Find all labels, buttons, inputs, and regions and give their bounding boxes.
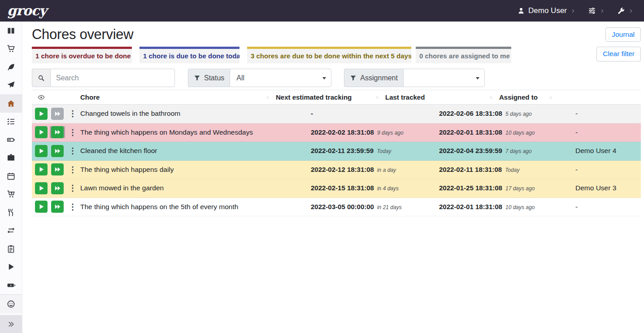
sidebar-item-battery-tracking[interactable] [0,276,22,294]
sort-icon: ↑↓ [266,95,269,100]
chore-name: Lawn mowed in the garden [77,184,307,192]
sort-icon: ↑↓ [489,95,492,100]
list-check-icon [7,117,15,126]
track-chore-button[interactable] [35,145,48,157]
column-header-last-tracked[interactable]: Last tracked↑↓ [382,90,496,104]
filter-funnel-icon [350,74,357,81]
assigned-to-cell: - [572,128,641,136]
chore-name: Cleaned the kitchen floor [77,147,307,155]
filter-card-assigned-me[interactable]: 0 chores are assigned to me [416,47,511,63]
sliders-icon [588,7,596,15]
track-chore-button[interactable] [35,163,48,175]
status-select-value: All [236,74,244,82]
sidebar-item-purchase[interactable] [0,185,22,204]
app-logo[interactable]: grocy [7,0,47,22]
track-chore-button[interactable] [35,182,48,194]
calendar-icon [7,172,15,180]
assigned-to-cell: - [572,166,641,174]
track-chore-button[interactable] [35,126,48,138]
skip-chore-button[interactable] [51,201,64,213]
row-menu-button[interactable]: ⋮ [69,128,73,136]
chore-name: The thing which happens daily [77,166,307,174]
last-tracked-cell: 2022-01-25 18:31:0817 days ago [435,184,572,192]
sidebar-item-inventory[interactable] [0,240,22,258]
sidebar-item-stock-overview[interactable] [0,22,22,40]
status-select[interactable]: All [230,69,331,87]
admin-menu[interactable] [617,7,633,15]
sidebar-item-tasks[interactable] [0,113,22,131]
search-input[interactable] [50,69,175,87]
chores-table: Chore↑↓ Next estimated tracking↑↓ Last t… [32,90,641,216]
clear-filter-button[interactable]: Clear filter [596,47,641,61]
sidebar-item-consume[interactable] [0,203,22,222]
table-row: ⋮ The thing which happens daily 2022-02-… [32,161,641,180]
column-header-chore[interactable]: Chore↑↓ [77,90,272,104]
table-row: ⋮ Cleaned the kitchen floor 2022-02-11 2… [32,142,641,161]
chore-name: The thing which happens on the 5th of ev… [77,203,307,211]
skip-chore-button[interactable] [51,182,64,194]
filter-card-due-today[interactable]: 1 chore is due to be done today [139,47,239,63]
row-menu-button[interactable]: ⋮ [69,203,73,211]
skip-chore-button[interactable] [51,126,64,138]
search-icon [32,69,50,87]
track-chore-button[interactable] [35,201,48,213]
expand-sidebar-button[interactable] [0,315,22,333]
main-content: Chores overview Journal 1 chore is overd… [22,22,644,333]
filter-funnel-icon [194,74,200,81]
row-menu-button[interactable]: ⋮ [69,110,73,118]
row-menu-button[interactable]: ⋮ [69,166,73,174]
skip-chore-button[interactable] [51,163,64,175]
journal-button[interactable]: Journal [605,27,641,42]
assignment-filter-label: Assignment [344,69,403,87]
sidebar-item-batteries-overview[interactable] [0,131,22,149]
last-tracked-cell: 2022-02-06 18:31:085 days ago [435,110,572,118]
sidebar-item-settings[interactable] [0,295,22,313]
next-tracking-cell: 2022-03-05 00:00:00in 21 days [307,203,435,211]
assignment-select[interactable] [403,69,485,87]
sidebar-item-chores-overview[interactable] [0,94,22,113]
sort-icon: ↑↓ [549,95,552,100]
paper-plane-icon [7,81,15,89]
user-menu-label: Demo User [528,6,567,15]
cart-plus-icon [7,190,15,198]
wrench-icon [617,7,625,15]
row-menu-button[interactable]: ⋮ [69,184,73,192]
row-menu-button[interactable]: ⋮ [69,147,73,155]
assigned-to-cell: Demo User 4 [572,147,641,155]
sidebar-item-meal-plan[interactable] [0,76,22,95]
column-header-next-tracking[interactable]: Next estimated tracking↑↓ [272,90,382,104]
exchange-arrows-icon [7,226,15,235]
sidebar-item-transfer[interactable] [0,222,22,240]
user-menu[interactable]: Demo User [518,6,575,15]
double-chevron-right-icon [7,320,15,328]
boxes-icon [7,26,15,35]
table-row: ⋮ Lawn mowed in the garden 2022-02-15 18… [32,179,641,198]
filter-card-overdue[interactable]: 1 chore is overdue to be done [32,47,132,63]
next-tracking-cell: 2022-02-15 18:31:08in 4 days [307,184,435,192]
settings-menu[interactable] [588,7,605,15]
sidebar-item-chore-tracking[interactable] [0,258,22,276]
table-row: ⋮ The thing which happens on Mondays and… [32,123,641,142]
user-icon [518,7,525,14]
sidebar-item-equipment[interactable] [0,149,22,167]
table-row: ⋮ The thing which happens on the 5th of … [32,198,641,217]
sidebar-item-shopping-list[interactable] [0,40,22,58]
home-icon [7,99,15,108]
battery-icon [7,136,15,144]
track-chore-button[interactable] [35,108,48,120]
skip-chore-button[interactable] [51,145,64,157]
assigned-to-cell: - [572,110,641,118]
sidebar-item-calendar[interactable] [0,167,22,185]
utensils-icon [7,208,15,217]
sidebar-item-recipes[interactable] [0,58,22,76]
filter-card-due-soon[interactable]: 3 chores are due to be done within the n… [247,47,411,63]
clipboard-list-icon [7,245,15,253]
eye-icon [32,90,77,104]
cart-icon [7,44,15,53]
column-header-assigned-to[interactable]: Assigned to↑↓ [496,90,555,104]
last-tracked-cell: 2022-02-04 23:59:597 days ago [435,147,572,155]
battery-bolt-icon [7,281,15,289]
briefcase-icon [7,153,15,162]
feather-icon [7,63,15,71]
chevron-right-icon [628,8,633,14]
